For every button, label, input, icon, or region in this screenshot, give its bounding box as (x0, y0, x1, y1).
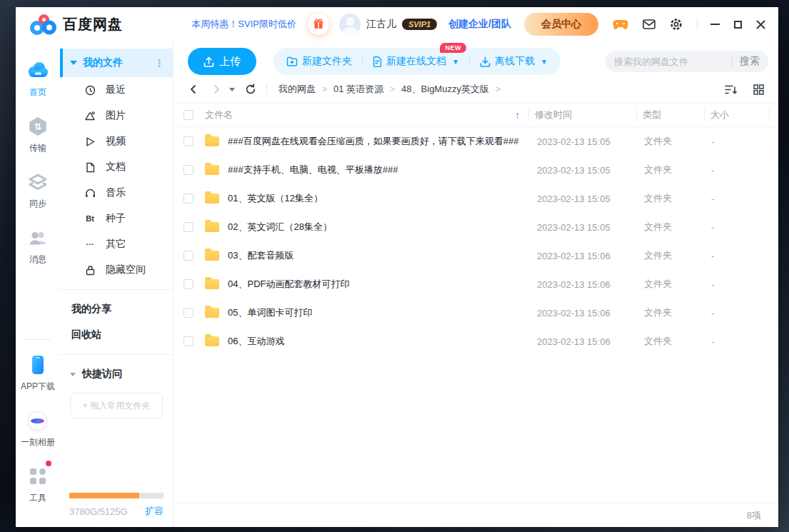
home-cloud-icon (25, 59, 51, 83)
table-row[interactable]: 01、英文版（12集全） 2023-02-13 15:05 文件夹 - (174, 184, 778, 213)
search-divider (732, 56, 733, 66)
row-checkbox[interactable] (184, 194, 194, 204)
file-name[interactable]: 06、互动游戏 (228, 335, 284, 348)
sidebar-item-other[interactable]: ··· 其它 (60, 231, 173, 257)
column-header-type[interactable]: 类型 (637, 109, 704, 121)
member-center-button[interactable]: 会员中心 (524, 13, 598, 36)
row-checkbox[interactable] (184, 308, 194, 318)
rail-item-tools[interactable]: 工具 (29, 464, 47, 504)
row-checkbox[interactable] (184, 165, 194, 175)
file-size: - (705, 136, 770, 147)
rail-item-photo-album[interactable]: 一刻相册 (21, 408, 55, 448)
rail-item-home[interactable]: 首页 (25, 59, 51, 99)
file-name[interactable]: 01、英文版（12集全） (228, 192, 323, 205)
sidebar-item-pictures[interactable]: 图片 (60, 103, 173, 129)
file-name[interactable]: 04、PDF动画配套教材可打印 (228, 278, 349, 291)
sidebar-item-recent[interactable]: 最近 (60, 77, 173, 103)
row-checkbox[interactable] (184, 251, 194, 261)
sidebar-item-videos[interactable]: 视频 (60, 129, 173, 154)
row-checkbox[interactable] (184, 336, 194, 346)
file-type: 文件夹 (638, 221, 705, 234)
username[interactable]: 江古儿 (366, 18, 396, 31)
main-panel: 上传 新建文件夹 NEW (174, 41, 778, 527)
sidebar-item-label: 图片 (106, 109, 126, 122)
gift-icon[interactable] (308, 14, 329, 35)
file-name[interactable]: ###百度网盘在线观看会压缩画质，如果要画质好，请下载下来观看### (228, 135, 518, 148)
minimize-button[interactable] (710, 17, 720, 31)
table-row[interactable]: ###支持手机、电脑、电视、平板播放### 2023-02-13 15:05 文… (174, 156, 778, 184)
new-doc-icon (373, 56, 382, 67)
back-button[interactable] (188, 84, 199, 95)
sidebar-item-my-files[interactable]: 我的文件 ⋮ (60, 49, 173, 77)
storage-progress-bar[interactable] (69, 493, 164, 498)
file-name[interactable]: ###支持手机、电脑、电视、平板播放### (228, 164, 398, 176)
sidebar-item-bt-seeds[interactable]: Bt 种子 (60, 206, 173, 231)
sidebar-item-hidden-space[interactable]: 隐藏空间 (60, 257, 173, 283)
drop-folder-hint[interactable]: + 拖入常用文件夹 (70, 393, 163, 418)
rail-item-transfer[interactable]: ⇅ 传输 (29, 114, 47, 154)
file-name[interactable]: 02、英文词汇（28集全） (228, 221, 332, 234)
games-icon[interactable] (613, 19, 628, 30)
upload-icon (203, 56, 214, 67)
refresh-button[interactable] (245, 84, 256, 95)
row-checkbox[interactable] (184, 136, 194, 146)
sidebar-item-quick-access[interactable]: 快捷访问 (60, 361, 173, 387)
mail-icon[interactable] (643, 19, 655, 29)
new-online-doc-button[interactable]: NEW 新建在线文档 ▼ (373, 55, 459, 68)
table-row[interactable]: 06、互动游戏 2023-02-13 15:06 文件夹 - (174, 327, 778, 356)
photo-album-icon (28, 408, 47, 433)
sort-icon[interactable] (725, 84, 738, 95)
history-dropdown-icon[interactable] (229, 88, 235, 91)
expand-storage-link[interactable]: 扩容 (145, 505, 164, 518)
search-button[interactable]: 搜索 (740, 55, 760, 68)
toolbar: 上传 新建文件夹 NEW (174, 41, 778, 76)
offline-download-button[interactable]: 离线下载 ▼ (480, 55, 548, 68)
sidebar-item-recycle-bin[interactable]: 回收站 (60, 322, 173, 348)
folder-icon (205, 336, 219, 346)
create-team-link[interactable]: 创建企业/团队 (448, 18, 511, 31)
column-header-time[interactable]: 修改时间 (529, 109, 636, 121)
svip-badge[interactable]: SVIP1 (402, 19, 437, 30)
table-row[interactable]: 02、英文词汇（28集全） 2023-02-13 15:05 文件夹 - (174, 213, 778, 241)
transfer-icon: ⇅ (29, 114, 47, 139)
column-header-name[interactable]: 文件名 (205, 109, 233, 121)
sidebar-item-my-share[interactable]: 我的分享 (60, 296, 173, 322)
sidebar-item-label: 最近 (106, 84, 126, 96)
table-header: 文件名 ↑ 修改时间 类型 大小 (174, 103, 778, 127)
close-button[interactable] (756, 17, 765, 31)
rail-divider (24, 339, 51, 340)
table-row[interactable]: ###百度网盘在线观看会压缩画质，如果要画质好，请下载下来观看### 2023-… (174, 127, 778, 156)
sidebar-item-music[interactable]: 音乐 (60, 180, 173, 206)
row-checkbox[interactable] (184, 279, 194, 289)
rail-item-messages[interactable]: 消息 (28, 226, 48, 266)
table-row[interactable]: 03、配套音频版 2023-02-13 15:06 文件夹 - (174, 241, 778, 270)
sidebar-item-label: 隐藏空间 (106, 264, 146, 276)
search-input[interactable] (614, 56, 728, 67)
more-options-icon[interactable]: ⋮ (154, 57, 164, 69)
rail-item-app-download[interactable]: APP下载 (21, 353, 55, 393)
select-all-checkbox[interactable] (184, 110, 194, 120)
new-folder-button[interactable]: 新建文件夹 (286, 55, 352, 68)
svip-promo-link[interactable]: 本周特惠！SVIP限时低价 (191, 18, 296, 31)
maximize-button[interactable] (734, 17, 742, 31)
file-name[interactable]: 03、配套音频版 (228, 249, 293, 262)
rail-item-sync[interactable]: 同步 (28, 170, 48, 210)
user-avatar[interactable] (339, 14, 361, 35)
folder-icon (205, 251, 219, 261)
file-name[interactable]: 05、单词图卡可打印 (228, 306, 312, 319)
forward-button[interactable] (211, 84, 222, 95)
ellipsis-icon: ··· (84, 239, 96, 250)
sidebar-item-documents[interactable]: 文档 (60, 154, 173, 180)
breadcrumb-item[interactable]: 我的网盘 (278, 83, 316, 96)
breadcrumb-item[interactable]: 48、BigMuzzy英文版 (401, 83, 489, 96)
breadcrumb-item[interactable]: 01 英语资源 (333, 83, 383, 96)
app-title: 百度网盘 (63, 15, 123, 34)
settings-icon[interactable] (670, 18, 683, 31)
table-row[interactable]: 04、PDF动画配套教材可打印 2023-02-13 15:06 文件夹 - (174, 270, 778, 298)
row-checkbox[interactable] (184, 222, 194, 232)
column-header-size[interactable]: 大小 (705, 109, 769, 121)
upload-button[interactable]: 上传 (188, 48, 256, 75)
table-row[interactable]: 05、单词图卡可打印 2023-02-13 15:06 文件夹 - (174, 298, 778, 327)
sort-asc-icon[interactable]: ↑ (515, 109, 520, 121)
grid-view-icon[interactable] (753, 84, 764, 95)
